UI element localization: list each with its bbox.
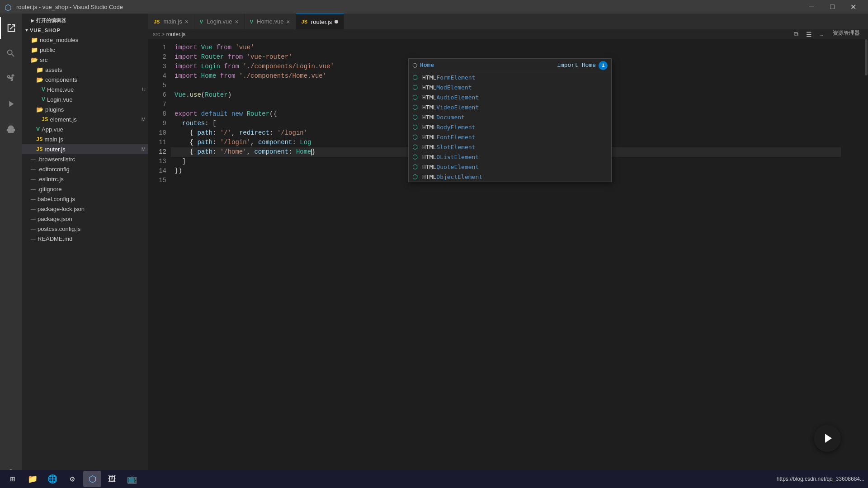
line-number-10: 10	[148, 128, 166, 138]
tree-label: package.json	[38, 216, 72, 222]
tree-label: plugins	[45, 106, 64, 113]
tree-item-public[interactable]: 📁public	[22, 45, 148, 55]
taskbar-start[interactable]: ⊞	[4, 471, 22, 487]
ac-item-2[interactable]: ⬡ HTMLAudioElement	[409, 92, 611, 102]
scrollbar-thumb[interactable]	[865, 39, 868, 75]
tree-label: router.js	[44, 146, 65, 153]
tab-dirty-indicator	[335, 20, 338, 23]
activity-debug[interactable]	[0, 93, 22, 115]
close-button[interactable]: ✕	[843, 0, 863, 14]
code-area[interactable]: import Vue from 'vue'import Router from …	[171, 39, 841, 478]
tree-item-router-js[interactable]: JSrouter.jsM	[22, 144, 148, 154]
activity-explorer[interactable]	[0, 17, 22, 39]
floating-widget[interactable]	[814, 425, 841, 452]
tree-item-readme-md[interactable]: —README.md	[22, 234, 148, 244]
ac-selected-text: Home	[420, 62, 434, 69]
ac-info-button[interactable]: i	[599, 61, 608, 70]
minimize-button[interactable]: ─	[801, 0, 822, 14]
activity-search[interactable]	[0, 42, 22, 64]
tree-item-app-vue[interactable]: VApp.vue	[22, 124, 148, 134]
tree-item-plugins[interactable]: 📂plugins	[22, 104, 148, 114]
maximize-button[interactable]: □	[822, 0, 843, 14]
line-number-8: 8	[148, 109, 166, 119]
taskbar-settings[interactable]: ⚙	[63, 471, 81, 487]
ac-item-label: HTMLFontElement	[422, 134, 475, 141]
taskbar: ⊞ 📁 🌐 ⚙ ⬡ 🖼 📺 https://blog.csdn.net/qq_3…	[0, 470, 868, 488]
more-actions-button[interactable]: …	[816, 29, 826, 39]
toggle-panel-button[interactable]: ☰	[804, 29, 814, 39]
autocomplete-dropdown[interactable]: ⬡ Home import Home i ⬡ HTMLFormElement ⬡…	[408, 58, 612, 182]
ac-item-7[interactable]: ⬡ HTMLSlotElement	[409, 142, 611, 152]
tree-item-element-js[interactable]: JSelement.jsM	[22, 114, 148, 124]
line-number-3: 3	[148, 62, 166, 71]
ac-item-6[interactable]: ⬡ HTMLFontElement	[409, 132, 611, 142]
explorer-root[interactable]: ▼ VUE_SHOP	[22, 26, 148, 35]
line-number-14: 14	[148, 166, 166, 176]
taskbar-vscode[interactable]: ⬡	[83, 471, 101, 487]
tree-item-node-modules[interactable]: 📁node_modules	[22, 35, 148, 45]
tree-item-package-json[interactable]: —package.json	[22, 214, 148, 224]
tree-label: README.md	[38, 235, 72, 242]
ac-item-0[interactable]: ⬡ HTMLFormElement	[409, 72, 611, 82]
ac-item-icon: ⬡	[412, 143, 420, 151]
ac-item-icon: ⬡	[412, 173, 420, 181]
activity-extensions[interactable]	[0, 118, 22, 140]
tab-close-icon[interactable]: ×	[286, 19, 290, 25]
ac-item-10[interactable]: ⬡ HTMLObjectElement	[409, 172, 611, 182]
tree-item--browserslistrc[interactable]: —.browserslistrc	[22, 154, 148, 164]
open-editors-section[interactable]: ▶ 打开的编辑器	[22, 14, 148, 26]
vscode-icon: ⬡	[5, 3, 13, 11]
tree-item--editorconfig[interactable]: —.editorconfig	[22, 164, 148, 174]
tab-close-icon[interactable]: ×	[235, 19, 239, 25]
tab-label: Login.vue	[207, 18, 232, 25]
tree-label: Home.vue	[47, 86, 74, 93]
line-numbers: 123456789101112131415	[148, 39, 171, 478]
taskbar-browser[interactable]: 🌐	[43, 471, 61, 487]
tab-label: Home.vue	[257, 18, 283, 25]
tab-router-js[interactable]: JSrouter.js	[296, 14, 344, 29]
sidebar: ▶ 打开的编辑器 ▼ VUE_SHOP 📁node_modules📁public…	[22, 14, 148, 488]
tree-item-package-lock-json[interactable]: —package-lock.json	[22, 204, 148, 214]
tab-main-js[interactable]: JSmain.js×	[148, 14, 194, 29]
tab-login-vue[interactable]: VLogin.vue×	[194, 14, 245, 29]
ac-item-3[interactable]: ⬡ HTMLVideoElement	[409, 102, 611, 112]
tree-item--gitignore[interactable]: —.gitignore	[22, 184, 148, 194]
split-editor-button[interactable]: ⧉	[791, 29, 801, 39]
tree-item-assets[interactable]: 📁assets	[22, 65, 148, 75]
ac-item-icon: ⬡	[412, 133, 420, 141]
tree-label: .browserslistrc	[38, 156, 75, 163]
ac-item-1[interactable]: ⬡ HTMLModElement	[409, 82, 611, 92]
tree-label: assets	[45, 66, 62, 73]
ac-item-9[interactable]: ⬡ HTMLQuoteElement	[409, 162, 611, 172]
ac-item-5[interactable]: ⬡ HTMLBodyElement	[409, 122, 611, 132]
ac-item-icon: ⬡	[412, 113, 420, 121]
ac-type-icon: ⬡	[412, 62, 417, 69]
activity-git[interactable]	[0, 68, 22, 89]
vertical-scrollbar[interactable]	[864, 39, 868, 478]
ac-item-label: HTMLVideoElement	[422, 104, 479, 111]
tree-item-components[interactable]: 📂components	[22, 75, 148, 84]
taskbar-photos[interactable]: 🖼	[103, 471, 121, 487]
taskbar-files[interactable]: 📁	[24, 471, 42, 487]
tree-item-postcss-config-js[interactable]: —postcss.config.js	[22, 224, 148, 234]
tree-item-main-js[interactable]: JSmain.js	[22, 134, 148, 144]
tree-item-src[interactable]: 📂src	[22, 55, 148, 65]
editor-toolbar: src > router.js ⧉ ☰ … 资源管理器	[148, 29, 868, 39]
tab-icon: V	[200, 19, 203, 24]
tree-label: babel.config.js	[38, 196, 75, 202]
tab-home-vue[interactable]: VHome.vue×	[245, 14, 296, 29]
activity-bar	[0, 14, 22, 488]
tree-label: main.js	[44, 136, 63, 143]
tree-item-login-vue[interactable]: VLogin.vue	[22, 94, 148, 104]
file-tree: 📁node_modules📁public📂src📁assets📂componen…	[22, 35, 148, 475]
tree-label: public	[40, 47, 55, 53]
taskbar-media[interactable]: 📺	[123, 471, 141, 487]
ac-item-8[interactable]: ⬡ HTMLOListElement	[409, 152, 611, 162]
ac-item-label: HTMLBodyElement	[422, 124, 475, 131]
tree-item-home-vue[interactable]: VHome.vueU	[22, 84, 148, 94]
tree-item--eslintrc-js[interactable]: —.eslintrc.js	[22, 174, 148, 184]
tree-item-babel-config-js[interactable]: —babel.config.js	[22, 194, 148, 204]
ac-item-4[interactable]: ⬡ HTMLDocument	[409, 112, 611, 122]
autocomplete-list[interactable]: ⬡ HTMLFormElement ⬡ HTMLModElement ⬡ HTM…	[409, 72, 611, 182]
tab-close-icon[interactable]: ×	[185, 19, 189, 25]
